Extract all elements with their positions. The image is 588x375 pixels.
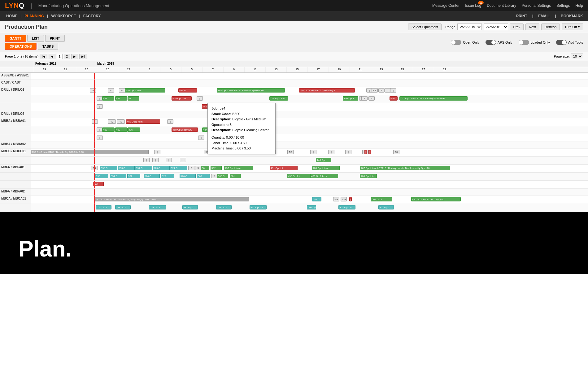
bar-161[interactable]: 161 Op:1 Item:B114 / Radially Spoked Fr <box>399 96 468 101</box>
bar-507b[interactable]: 507 C <box>312 197 321 201</box>
tab-tasks[interactable]: TASKS <box>38 43 58 50</box>
bar-501b[interactable]: 501 Op:2 <box>378 205 394 209</box>
tab-print[interactable]: PRINT <box>45 35 65 42</box>
bar-sep6[interactable]: | <box>97 104 103 109</box>
bar-sep20[interactable]: | <box>143 158 150 162</box>
bar-493[interactable]: 493 <box>115 96 127 101</box>
bar-495[interactable]: 495 Op:1 It <box>287 174 312 178</box>
prev-button[interactable]: Prev <box>510 24 524 30</box>
nav-workforce[interactable]: WORKFORCE <box>50 14 77 18</box>
bar-535[interactable]: 535 C <box>100 166 117 170</box>
prev-page-button[interactable]: ◀ <box>49 54 55 59</box>
bar-sep2[interactable]: | <box>390 88 396 93</box>
bar-446b[interactable]: 446 <box>390 96 398 101</box>
bar-521[interactable]: 521 C <box>170 166 187 170</box>
bar-sep11[interactable]: | <box>198 136 204 140</box>
bar-sep22[interactable]: | <box>166 158 172 162</box>
nav-settings[interactable]: Settings <box>556 3 570 8</box>
nav-help[interactable]: Help <box>575 3 583 8</box>
bar-146-lot100[interactable]: 146 Op:2 Item:LOT100 / Racing Bicycle Qt… <box>94 197 249 201</box>
bar-508[interactable]: 508 <box>333 197 339 201</box>
toggle-add-tools-switch[interactable] <box>556 40 567 45</box>
bar-305[interactable]: 5 <box>90 88 96 93</box>
bar-523b[interactable]: 523 Op:2 <box>216 205 232 209</box>
bar-2[interactable]: 2 <box>361 96 368 101</box>
nav-home[interactable]: HOME <box>5 14 19 18</box>
nav-document-library[interactable]: Document Library <box>487 3 516 8</box>
turn-off-button[interactable]: Turn Off ▼ <box>562 24 583 30</box>
bar-521b[interactable]: 521 Op:2 It <box>250 205 267 209</box>
bar-sep9[interactable]: | <box>97 127 103 132</box>
bar-469[interactable]: 469 Op:1 Ite <box>172 96 192 101</box>
select-equipment-button[interactable]: Select Equipment <box>408 24 442 30</box>
bar-sep16[interactable]: | <box>310 150 316 154</box>
bar-538[interactable]: 538 <box>95 174 108 178</box>
bar-sep17[interactable]: | <box>328 150 334 154</box>
bar-524[interactable]: 524 C <box>144 174 160 178</box>
bar-sep7[interactable]: | <box>167 119 173 124</box>
date-to-select[interactable]: 3/25/2019 <box>484 24 508 30</box>
bar-502b[interactable]: 502 Op:2 <box>371 197 392 201</box>
bar-533[interactable]: 533 C <box>118 166 135 170</box>
bar-532[interactable]: 532 <box>127 174 140 178</box>
bar-501[interactable]: 501 <box>230 174 241 178</box>
bar-4c[interactable]: 4 <box>368 96 375 101</box>
bar-sep21[interactable]: | <box>152 158 159 162</box>
bar-sep23[interactable]: | <box>180 158 186 162</box>
bar-531b[interactable]: 531 Op:2 <box>182 205 198 209</box>
bar-497[interactable]: 497 Op:1 Item <box>224 166 253 170</box>
bar-522[interactable]: 522 <box>161 174 174 178</box>
bar-503b[interactable]: 503 C <box>217 174 228 178</box>
bar-483[interactable]: 483 Op:1 Ite <box>360 174 377 178</box>
bar-num5[interactable]: 5 <box>188 166 194 170</box>
bar-486[interactable]: 486 <box>128 127 140 132</box>
bar-162b[interactable]: 162 Op:3 Item:B115 / Radially S <box>299 88 355 93</box>
nav-bookmark[interactable]: BOOKMARK <box>561 14 583 18</box>
bar-495b[interactable]: 495 Op:2 Item:LOT100 / Rac <box>411 197 461 201</box>
bar-sep18[interactable]: | <box>345 150 351 154</box>
nav-factory[interactable]: FACTORY <box>82 14 102 18</box>
bar-red2[interactable]: | <box>368 150 371 154</box>
toggle-open-only-switch[interactable] <box>451 40 461 45</box>
tab-gantt[interactable]: GANTT <box>5 35 26 42</box>
bar-560[interactable]: 560 <box>93 182 104 186</box>
bar-num5b[interactable]: 5 <box>195 166 201 170</box>
bar-sep12[interactable]: | <box>154 150 160 154</box>
bar-162[interactable]: 162 Op:1 Item:B115 / Radially Spoked Re <box>217 88 285 93</box>
bar-468b[interactable]: 468 Op:2 Item:LO <box>172 127 198 132</box>
bar-530[interactable]: 530 Op:2 <box>96 205 111 209</box>
bar-507[interactable]: 507 <box>197 174 210 178</box>
nav-personal-settings[interactable]: Personal Settings <box>522 3 551 8</box>
bar-red1[interactable]: | <box>364 150 367 154</box>
bar-487[interactable]: 487 <box>128 96 139 101</box>
tab-operations[interactable]: OPERATIONS <box>5 43 37 50</box>
bar-156b[interactable]: 156 Op:3 <box>343 96 358 101</box>
bar-sep24[interactable]: | <box>349 197 352 201</box>
page-2-button[interactable]: 2 <box>64 54 70 59</box>
toggle-loaded-only-switch[interactable] <box>519 40 529 45</box>
bar-468[interactable]: 468 Op:1 Item: <box>126 119 160 124</box>
refresh-button[interactable]: Refresh <box>541 24 560 30</box>
bar-146op[interactable]: 146 Op <box>316 158 331 162</box>
page-1-button[interactable]: 1 <box>57 54 63 59</box>
tab-list[interactable]: LIST <box>27 35 44 42</box>
next-page-button[interactable]: ▶ <box>71 54 78 59</box>
bar-sep10[interactable]: | <box>97 136 103 140</box>
bar-446[interactable]: 446 O <box>178 88 197 93</box>
bar-53b[interactable]: 53 <box>91 166 98 170</box>
bar-sep3[interactable]: | <box>97 96 103 101</box>
bar-534[interactable]: 534 C <box>110 174 126 178</box>
bar-137[interactable]: 137 Op:3 Item:B100 / Bicycle Qty:300.00 … <box>31 150 149 154</box>
bar-491[interactable]: 491 Op:1 It <box>270 166 298 170</box>
bar-531[interactable]: 531 C <box>135 166 152 170</box>
first-page-button[interactable]: |◀ <box>40 54 47 59</box>
bar-4b[interactable]: 4 <box>378 88 385 93</box>
bar-48[interactable]: 48 <box>117 119 125 124</box>
bar-467[interactable]: 467 Op:1 Item:LOT113 / Racing Handle Bar… <box>360 166 450 170</box>
bar-sep4[interactable]: | <box>197 96 203 101</box>
toggle-aps-only-switch[interactable] <box>486 40 496 45</box>
last-page-button[interactable]: ▶| <box>79 54 87 59</box>
bar-492[interactable]: 492 <box>115 127 128 132</box>
bar-num5c[interactable]: 5 <box>211 174 217 178</box>
nav-print[interactable]: PRINT <box>516 14 527 18</box>
